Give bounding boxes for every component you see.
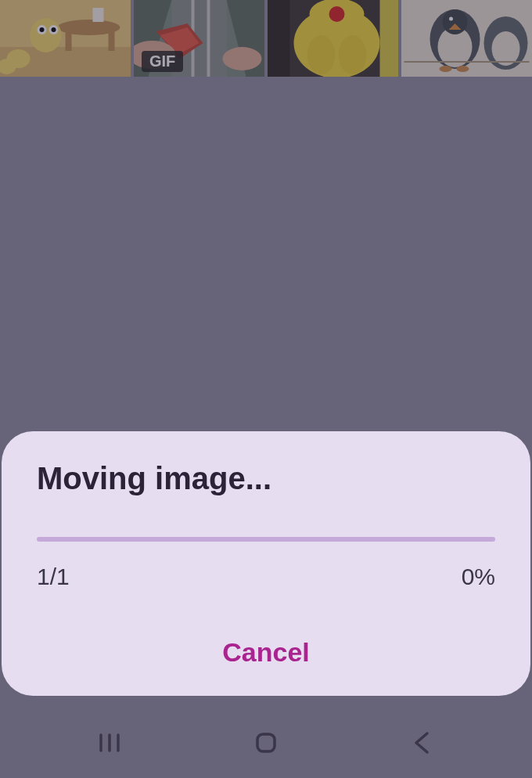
modal-overlay: Moving image... 1/1 0% Cancel [0,0,532,778]
progress-bar [37,537,495,542]
back-button[interactable] [407,727,438,758]
cancel-button[interactable]: Cancel [37,628,495,672]
home-button[interactable] [250,727,282,758]
progress-count: 1/1 [37,564,70,590]
system-navigation-bar [0,708,532,778]
recents-button[interactable] [94,727,125,758]
progress-dialog: Moving image... 1/1 0% Cancel [2,431,530,696]
svg-rect-45 [257,734,275,751]
dialog-title: Moving image... [37,461,495,496]
progress-percent: 0% [462,564,495,590]
progress-info-row: 1/1 0% [37,564,495,590]
